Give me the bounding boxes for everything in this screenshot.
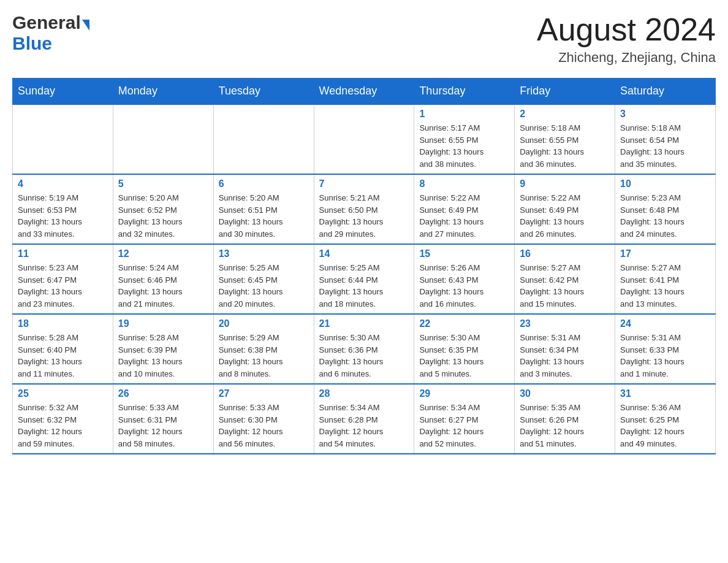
day-number-31: 31 <box>620 388 710 399</box>
day-info-26: Sunrise: 5:33 AM Sunset: 6:31 PM Dayligh… <box>118 402 208 450</box>
day-cell-30: 30Sunrise: 5:35 AM Sunset: 6:26 PM Dayli… <box>515 384 615 454</box>
day-info-18: Sunrise: 5:28 AM Sunset: 6:40 PM Dayligh… <box>18 332 108 380</box>
day-info-1: Sunrise: 5:17 AM Sunset: 6:55 PM Dayligh… <box>419 122 509 170</box>
day-number-26: 26 <box>118 388 208 399</box>
weekday-header-saturday: Saturday <box>615 79 716 105</box>
day-cell-19: 19Sunrise: 5:28 AM Sunset: 6:39 PM Dayli… <box>113 314 213 384</box>
day-info-6: Sunrise: 5:20 AM Sunset: 6:51 PM Dayligh… <box>219 192 309 240</box>
day-number-23: 23 <box>520 318 610 329</box>
day-number-22: 22 <box>419 318 509 329</box>
day-number-19: 19 <box>118 318 208 329</box>
day-cell-29: 29Sunrise: 5:34 AM Sunset: 6:27 PM Dayli… <box>414 384 515 454</box>
weekday-header-thursday: Thursday <box>414 79 515 105</box>
logo-blue-text: Blue <box>12 33 52 54</box>
day-info-17: Sunrise: 5:27 AM Sunset: 6:41 PM Dayligh… <box>620 262 710 310</box>
week-row-2: 4Sunrise: 5:19 AM Sunset: 6:53 PM Daylig… <box>13 174 716 244</box>
day-info-13: Sunrise: 5:25 AM Sunset: 6:45 PM Dayligh… <box>219 262 309 310</box>
weekday-header-monday: Monday <box>113 79 213 105</box>
day-info-8: Sunrise: 5:22 AM Sunset: 6:49 PM Dayligh… <box>419 192 509 240</box>
day-number-21: 21 <box>319 318 409 329</box>
day-cell-12: 12Sunrise: 5:24 AM Sunset: 6:46 PM Dayli… <box>113 244 213 314</box>
day-number-11: 11 <box>18 248 108 259</box>
day-info-29: Sunrise: 5:34 AM Sunset: 6:27 PM Dayligh… <box>419 402 509 450</box>
day-number-14: 14 <box>319 248 409 259</box>
calendar-subtitle: Zhicheng, Zhejiang, China <box>537 50 716 66</box>
weekday-header-wednesday: Wednesday <box>314 79 414 105</box>
day-cell-22: 22Sunrise: 5:30 AM Sunset: 6:35 PM Dayli… <box>414 314 515 384</box>
day-cell-24: 24Sunrise: 5:31 AM Sunset: 6:33 PM Dayli… <box>615 314 716 384</box>
day-info-15: Sunrise: 5:26 AM Sunset: 6:43 PM Dayligh… <box>419 262 509 310</box>
day-info-10: Sunrise: 5:23 AM Sunset: 6:48 PM Dayligh… <box>620 192 710 240</box>
day-number-12: 12 <box>118 248 208 259</box>
day-info-9: Sunrise: 5:22 AM Sunset: 6:49 PM Dayligh… <box>520 192 610 240</box>
day-info-28: Sunrise: 5:34 AM Sunset: 6:28 PM Dayligh… <box>319 402 409 450</box>
weekday-header-row: SundayMondayTuesdayWednesdayThursdayFrid… <box>13 79 716 105</box>
day-cell-4: 4Sunrise: 5:19 AM Sunset: 6:53 PM Daylig… <box>13 174 113 244</box>
day-number-18: 18 <box>18 318 108 329</box>
calendar-title: August 2024 <box>537 12 716 47</box>
day-cell-31: 31Sunrise: 5:36 AM Sunset: 6:25 PM Dayli… <box>615 384 716 454</box>
day-info-19: Sunrise: 5:28 AM Sunset: 6:39 PM Dayligh… <box>118 332 208 380</box>
day-info-14: Sunrise: 5:25 AM Sunset: 6:44 PM Dayligh… <box>319 262 409 310</box>
day-number-1: 1 <box>419 109 509 120</box>
day-cell-1: 1Sunrise: 5:17 AM Sunset: 6:55 PM Daylig… <box>414 104 515 174</box>
day-cell-15: 15Sunrise: 5:26 AM Sunset: 6:43 PM Dayli… <box>414 244 515 314</box>
day-cell-26: 26Sunrise: 5:33 AM Sunset: 6:31 PM Dayli… <box>113 384 213 454</box>
day-info-22: Sunrise: 5:30 AM Sunset: 6:35 PM Dayligh… <box>419 332 509 380</box>
day-number-3: 3 <box>620 109 710 120</box>
day-number-13: 13 <box>219 248 309 259</box>
day-info-21: Sunrise: 5:30 AM Sunset: 6:36 PM Dayligh… <box>319 332 409 380</box>
day-info-27: Sunrise: 5:33 AM Sunset: 6:30 PM Dayligh… <box>219 402 309 450</box>
day-cell-5: 5Sunrise: 5:20 AM Sunset: 6:52 PM Daylig… <box>113 174 213 244</box>
day-cell-6: 6Sunrise: 5:20 AM Sunset: 6:51 PM Daylig… <box>213 174 314 244</box>
day-number-15: 15 <box>419 248 509 259</box>
empty-cell <box>113 104 213 174</box>
day-info-12: Sunrise: 5:24 AM Sunset: 6:46 PM Dayligh… <box>118 262 208 310</box>
day-cell-28: 28Sunrise: 5:34 AM Sunset: 6:28 PM Dayli… <box>314 384 414 454</box>
day-cell-17: 17Sunrise: 5:27 AM Sunset: 6:41 PM Dayli… <box>615 244 716 314</box>
day-cell-20: 20Sunrise: 5:29 AM Sunset: 6:38 PM Dayli… <box>213 314 314 384</box>
weekday-header-friday: Friday <box>515 79 615 105</box>
empty-cell <box>314 104 414 174</box>
day-number-29: 29 <box>419 388 509 399</box>
day-cell-16: 16Sunrise: 5:27 AM Sunset: 6:42 PM Dayli… <box>515 244 615 314</box>
day-info-31: Sunrise: 5:36 AM Sunset: 6:25 PM Dayligh… <box>620 402 710 450</box>
day-number-28: 28 <box>319 388 409 399</box>
day-info-7: Sunrise: 5:21 AM Sunset: 6:50 PM Dayligh… <box>319 192 409 240</box>
day-cell-25: 25Sunrise: 5:32 AM Sunset: 6:32 PM Dayli… <box>13 384 113 454</box>
day-cell-7: 7Sunrise: 5:21 AM Sunset: 6:50 PM Daylig… <box>314 174 414 244</box>
day-cell-13: 13Sunrise: 5:25 AM Sunset: 6:45 PM Dayli… <box>213 244 314 314</box>
day-info-4: Sunrise: 5:19 AM Sunset: 6:53 PM Dayligh… <box>18 192 108 240</box>
day-number-9: 9 <box>520 178 610 190</box>
day-info-25: Sunrise: 5:32 AM Sunset: 6:32 PM Dayligh… <box>18 402 108 450</box>
week-row-4: 18Sunrise: 5:28 AM Sunset: 6:40 PM Dayli… <box>13 314 716 384</box>
day-cell-10: 10Sunrise: 5:23 AM Sunset: 6:48 PM Dayli… <box>615 174 716 244</box>
day-number-7: 7 <box>319 178 409 190</box>
day-info-2: Sunrise: 5:18 AM Sunset: 6:55 PM Dayligh… <box>520 122 610 170</box>
weekday-header-sunday: Sunday <box>13 79 113 105</box>
day-cell-21: 21Sunrise: 5:30 AM Sunset: 6:36 PM Dayli… <box>314 314 414 384</box>
day-cell-9: 9Sunrise: 5:22 AM Sunset: 6:49 PM Daylig… <box>515 174 615 244</box>
day-number-10: 10 <box>620 178 710 190</box>
day-cell-11: 11Sunrise: 5:23 AM Sunset: 6:47 PM Dayli… <box>13 244 113 314</box>
day-number-17: 17 <box>620 248 710 259</box>
day-info-3: Sunrise: 5:18 AM Sunset: 6:54 PM Dayligh… <box>620 122 710 170</box>
day-info-20: Sunrise: 5:29 AM Sunset: 6:38 PM Dayligh… <box>219 332 309 380</box>
day-number-6: 6 <box>219 178 309 190</box>
day-number-30: 30 <box>520 388 610 399</box>
day-number-25: 25 <box>18 388 108 399</box>
day-number-24: 24 <box>620 318 710 329</box>
title-block: August 2024 Zhicheng, Zhejiang, China <box>537 12 716 66</box>
day-cell-27: 27Sunrise: 5:33 AM Sunset: 6:30 PM Dayli… <box>213 384 314 454</box>
day-number-4: 4 <box>18 178 108 190</box>
logo-general-text: General <box>12 12 81 33</box>
day-cell-18: 18Sunrise: 5:28 AM Sunset: 6:40 PM Dayli… <box>13 314 113 384</box>
week-row-5: 25Sunrise: 5:32 AM Sunset: 6:32 PM Dayli… <box>13 384 716 454</box>
day-cell-8: 8Sunrise: 5:22 AM Sunset: 6:49 PM Daylig… <box>414 174 515 244</box>
week-row-3: 11Sunrise: 5:23 AM Sunset: 6:47 PM Dayli… <box>13 244 716 314</box>
day-number-20: 20 <box>219 318 309 329</box>
empty-cell <box>213 104 314 174</box>
day-info-5: Sunrise: 5:20 AM Sunset: 6:52 PM Dayligh… <box>118 192 208 240</box>
week-row-1: 1Sunrise: 5:17 AM Sunset: 6:55 PM Daylig… <box>13 104 716 174</box>
logo-arrow-icon <box>82 20 89 31</box>
